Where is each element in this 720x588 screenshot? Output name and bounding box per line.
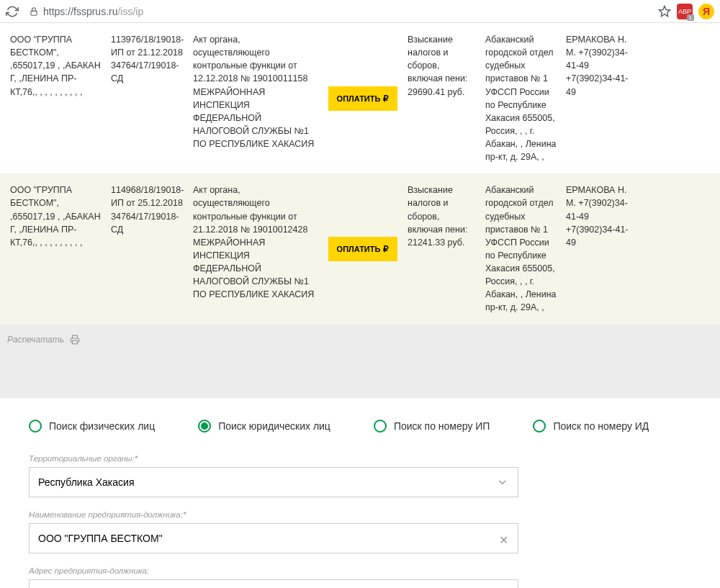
tab-id-number[interactable]: Поиск по номеру ИД bbox=[533, 420, 649, 433]
subject-cell: Взыскание налогов и сборов, включая пени… bbox=[403, 33, 481, 163]
ruble-icon: ₽ bbox=[383, 244, 389, 254]
radio-icon bbox=[29, 420, 42, 433]
tab-ip-number[interactable]: Поиск по номеру ИП bbox=[374, 420, 490, 433]
debtor-cell: ООО "ГРУППА БЕСТКОМ", ,655017,19 , ,АБАК… bbox=[6, 33, 107, 163]
extension-yandex-icon[interactable]: Я bbox=[698, 4, 714, 19]
search-section: Поиск физических лиц Поиск юридических л… bbox=[0, 398, 720, 589]
field-label: Адрес предприятия-должника: bbox=[29, 566, 518, 575]
url-host: https://fssprus.ru bbox=[43, 6, 117, 17]
subject-cell: Взыскание налогов и сборов, включая пени… bbox=[403, 184, 481, 314]
case-cell: 113976/18/19018-ИП от 21.12.2018 34764/1… bbox=[107, 33, 189, 163]
officer-cell: ЕРМАКОВА Н. М. +7(3902)34-41-49 +7(3902)… bbox=[562, 184, 639, 314]
tab-legal-entities[interactable]: Поиск юридических лиц bbox=[198, 420, 330, 433]
bookmark-star-icon[interactable] bbox=[658, 5, 671, 18]
url-path: /iss/ip bbox=[117, 6, 143, 17]
document-cell: Акт органа, осуществляющего контрольные … bbox=[189, 33, 323, 163]
name-field: Наименование предприятия-должника:* ✕ bbox=[29, 510, 518, 553]
radio-icon bbox=[533, 420, 546, 433]
officer-cell: ЕРМАКОВА Н. М. +7(3902)34-41-49 +7(3902)… bbox=[562, 33, 639, 163]
address-field: Адрес предприятия-должника: ✕ bbox=[29, 566, 518, 589]
tab-label: Поиск юридических лиц bbox=[218, 420, 330, 432]
pay-button[interactable]: ОПЛАТИТЬ₽ bbox=[328, 237, 398, 261]
debtor-cell: ООО "ГРУППА БЕСТКОМ", ,655017,19 , ,АБАК… bbox=[6, 184, 107, 314]
browser-bar: https://fssprus.ru/iss/ip ABP 1 Я bbox=[0, 0, 720, 23]
document-cell: Акт органа, осуществляющего контрольные … bbox=[189, 184, 323, 314]
tab-label: Поиск по номеру ИД bbox=[553, 420, 649, 432]
department-cell: Абаканский городской отдел судебных прис… bbox=[481, 33, 562, 163]
svg-marker-1 bbox=[660, 6, 670, 16]
ruble-icon: ₽ bbox=[383, 94, 389, 104]
address-input-wrap: ✕ bbox=[29, 579, 518, 589]
name-input-wrap: ✕ bbox=[29, 523, 518, 553]
svg-rect-0 bbox=[31, 11, 37, 15]
region-select[interactable] bbox=[29, 467, 518, 497]
radio-icon bbox=[374, 420, 387, 433]
tab-label: Поиск по номеру ИП bbox=[394, 420, 490, 432]
department-cell: Абаканский городской отдел судебных прис… bbox=[481, 184, 562, 314]
print-icon bbox=[70, 335, 80, 345]
tab-label: Поиск физических лиц bbox=[49, 420, 155, 432]
svg-rect-2 bbox=[73, 340, 78, 344]
reload-icon[interactable] bbox=[6, 5, 19, 18]
radio-icon-selected bbox=[198, 420, 211, 433]
table-row: ООО "ГРУППА БЕСТКОМ", ,655017,19 , ,АБАК… bbox=[0, 173, 720, 324]
clear-icon[interactable]: ✕ bbox=[499, 533, 509, 543]
case-cell: 114968/18/19018-ИП от 25.12.2018 34764/1… bbox=[107, 184, 189, 314]
field-label: Территориальные органы:* bbox=[29, 454, 518, 463]
pay-button[interactable]: ОПЛАТИТЬ₽ bbox=[328, 86, 398, 111]
field-label: Наименование предприятия-должника:* bbox=[29, 510, 518, 519]
chevron-down-icon bbox=[496, 476, 509, 489]
table-row: ООО "ГРУППА БЕСТКОМ", ,655017,19 , ,АБАК… bbox=[0, 23, 720, 173]
extension-abp-icon[interactable]: ABP 1 bbox=[677, 4, 693, 19]
lock-icon bbox=[29, 6, 39, 17]
print-link[interactable]: Распечатать bbox=[0, 325, 720, 355]
region-field: Территориальные органы:* bbox=[29, 454, 518, 497]
region-input[interactable] bbox=[38, 476, 496, 488]
url-bar[interactable]: https://fssprus.ru/iss/ip bbox=[43, 6, 652, 17]
search-tab-row: Поиск физических лиц Поиск юридических л… bbox=[29, 420, 691, 433]
tab-individuals[interactable]: Поиск физических лиц bbox=[29, 420, 155, 433]
name-input[interactable] bbox=[38, 533, 499, 544]
